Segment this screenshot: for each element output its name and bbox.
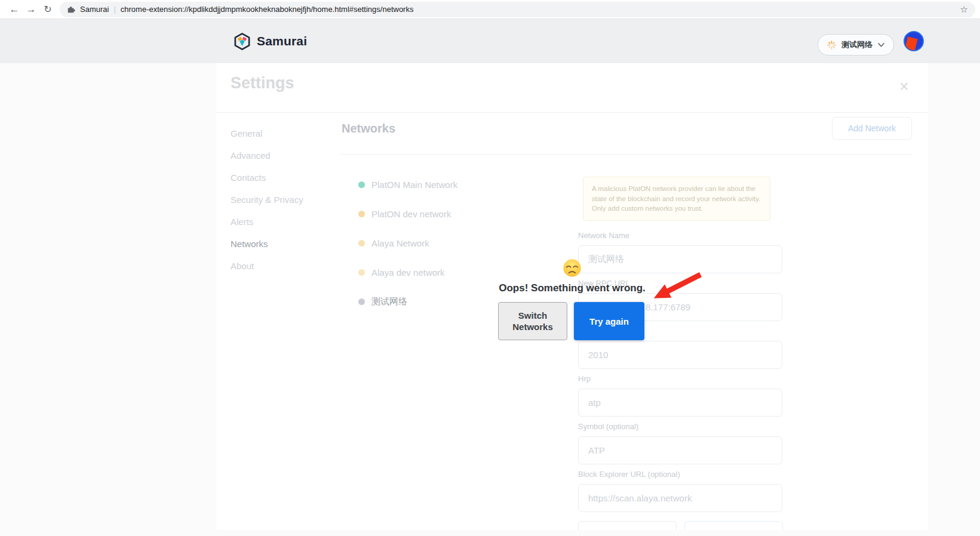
block-explorer-input[interactable] [578,484,782,512]
network-row-test-network[interactable]: 测试网络 [358,294,407,309]
network-status-dot [358,269,365,276]
annotation-arrow-icon [647,270,705,303]
network-name: PlatON dev network [371,209,451,219]
avatar-shape [904,36,917,51]
extension-puzzle-icon [67,5,75,14]
bookmark-star-icon[interactable]: ☆ [960,4,968,15]
screen: ← → ↻ Samurai | chrome-extension://kpdli… [0,0,980,536]
app-header: Samurai 测试网络 [0,19,980,63]
reload-icon[interactable]: ↻ [39,5,56,14]
chain-id-input[interactable] [578,341,782,369]
panel-divider [340,154,913,155]
switch-networks-button[interactable]: Switch Networks [498,302,567,340]
hrp-input[interactable] [578,389,782,417]
network-row-alaya[interactable]: Alaya Network [358,236,429,250]
network-status-dot [358,211,365,217]
try-again-button[interactable]: Try again [574,302,644,340]
sidebar-item-security-privacy[interactable]: Security & Privacy [231,189,303,211]
network-status-dot [358,181,365,188]
sidebar-item-contacts[interactable]: Contacts [231,167,266,189]
address-bar[interactable]: Samurai | chrome-extension://kpdlikddjjd… [60,2,975,17]
sidebar-item-networks[interactable]: Networks [231,233,268,255]
network-row-platon-dev[interactable]: PlatON dev network [358,207,451,221]
block-explorer-label: Block Explorer URL (optional) [578,470,680,479]
form-secondary-button-cutoff[interactable] [578,521,677,530]
url-text[interactable]: chrome-extension://kpdlikddjjdmpmkookhek… [121,5,956,14]
title-divider [216,112,928,113]
samurai-logo-icon [233,32,251,51]
network-status-dot [358,298,365,305]
settings-modal: Settings × General Advanced Contacts Sec… [216,63,928,530]
close-icon[interactable]: × [899,79,909,95]
network-row-platon-main[interactable]: PlatON Main Network [358,177,457,192]
panel-heading: Networks [342,122,395,135]
network-name-input[interactable] [578,245,782,273]
omnibox-separator: | [113,5,115,14]
brand-name: Samurai [257,34,307,48]
form-primary-button-cutoff[interactable] [684,521,783,530]
page-background: Settings × General Advanced Contacts Sec… [0,63,980,536]
network-row-alaya-dev[interactable]: Alaya dev network [358,265,445,279]
extension-name: Samurai [80,5,109,14]
sidebar-item-alerts[interactable]: Alerts [231,211,253,233]
symbol-input[interactable] [578,436,782,464]
add-network-button[interactable]: Add Network [832,117,912,140]
network-name: PlatON Main Network [371,180,457,190]
sidebar-item-advanced[interactable]: Advanced [231,144,271,167]
network-name: Alaya Network [371,238,429,248]
loading-spinner-icon [827,41,836,50]
current-network-label: 测试网络 [841,39,873,50]
page-title: Settings [231,74,294,93]
browser-toolbar: ← → ↻ Samurai | chrome-extension://kpdli… [0,0,980,19]
account-avatar[interactable] [904,31,924,51]
hrp-label: Hrp [578,374,591,383]
network-name-label: Network Name [578,231,629,240]
malicious-network-warning: A malicious PlatON network provider can … [583,177,770,221]
back-icon[interactable]: ← [6,4,23,14]
brand: Samurai [233,19,307,63]
disappointed-face-emoji [563,258,582,278]
sidebar-item-about[interactable]: About [231,255,254,277]
forward-icon[interactable]: → [23,4,39,14]
network-name: 测试网络 [371,296,407,307]
network-selector[interactable]: 测试网络 [818,34,894,56]
symbol-label: Symbol (optional) [578,422,638,431]
chevron-down-icon [878,43,884,47]
network-status-dot [358,240,365,247]
network-name: Alaya dev network [371,267,445,278]
sidebar-item-general[interactable]: General [231,122,262,144]
